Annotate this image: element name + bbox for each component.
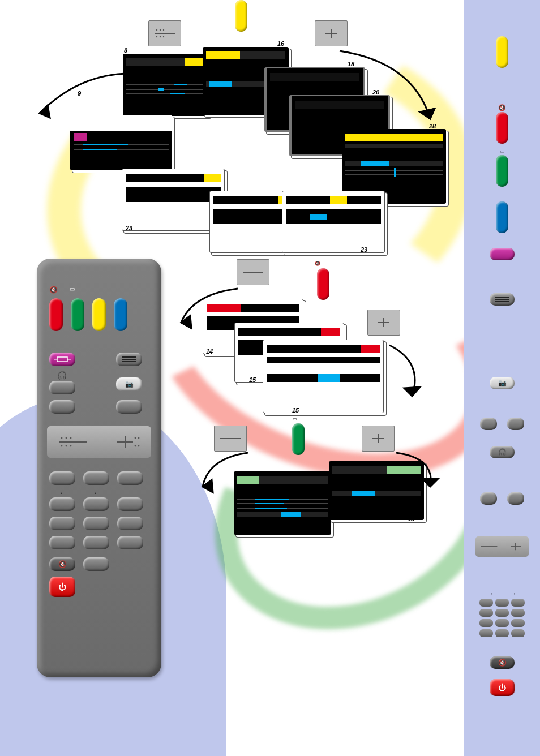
- keypad-button[interactable]: [117, 497, 143, 511]
- green-key-marker: [292, 423, 305, 455]
- svg-point-31: [61, 445, 63, 447]
- strip-keypad-button[interactable]: [479, 609, 493, 617]
- volume-rocker[interactable]: [47, 426, 151, 458]
- svg-point-36: [135, 437, 136, 439]
- strip-keypad-button[interactable]: [479, 629, 493, 637]
- teletext-button[interactable]: [116, 353, 142, 366]
- button-reference-strip: 🔇 ▭ 📷 🎧 →→ 🔇 ⏻: [464, 0, 540, 756]
- page-ref-13: 13: [408, 516, 414, 522]
- keypad-button[interactable]: [49, 536, 75, 549]
- strip-keypad-button[interactable]: [495, 599, 509, 607]
- strip-keypad-button[interactable]: [511, 609, 525, 617]
- flow-arrow: [391, 447, 447, 492]
- mute-icon: 🔇: [49, 286, 58, 294]
- strip-grey-button[interactable]: [507, 492, 524, 505]
- strip-grey-button[interactable]: [480, 492, 497, 505]
- keypad-button[interactable]: [117, 536, 143, 549]
- remote-control: 🔇 ▭ 🎧 📷 → → 🔇 ⏻: [37, 259, 161, 677]
- strip-keypad-button[interactable]: [511, 619, 525, 627]
- keypad-button[interactable]: [83, 497, 109, 511]
- svg-point-38: [135, 445, 136, 447]
- page-ref-15b: 15: [292, 407, 299, 414]
- strip-grey-button[interactable]: [480, 418, 497, 430]
- arrow-icon: →: [511, 591, 516, 596]
- mute-icon-label: 🔇: [315, 261, 320, 266]
- page-ref-8: 8: [124, 48, 127, 54]
- strip-green-button[interactable]: [496, 155, 508, 187]
- screen-icon: ▭: [70, 286, 75, 292]
- keypad-button[interactable]: [83, 557, 109, 571]
- yellow-key-marker: [235, 0, 247, 32]
- camera-button[interactable]: 📷: [116, 377, 142, 391]
- strip-keypad-button[interactable]: [511, 599, 525, 607]
- strip-keypad-button[interactable]: [479, 619, 493, 627]
- svg-point-30: [70, 437, 72, 439]
- green-color-button[interactable]: [71, 298, 84, 331]
- osd-screen-23c: [282, 191, 385, 253]
- headphones-icon: 🎧: [57, 371, 67, 380]
- strip-camera-button[interactable]: 📷: [490, 377, 515, 389]
- mute-button[interactable]: 🔇: [49, 557, 75, 571]
- flow-arrow: [191, 447, 254, 498]
- svg-point-5: [160, 36, 161, 37]
- strip-headphones-button[interactable]: 🎧: [490, 446, 515, 458]
- page-ref-15a: 15: [249, 377, 256, 383]
- strip-teletext-button[interactable]: [490, 293, 515, 306]
- svg-point-2: [160, 29, 161, 31]
- keypad-button[interactable]: [83, 471, 109, 485]
- power-button[interactable]: ⏻: [49, 577, 75, 597]
- keypad-button[interactable]: [49, 471, 75, 485]
- power-icon: ⏻: [49, 577, 75, 597]
- strip-arrow-labels: →→: [479, 591, 525, 596]
- flow-arrow: [23, 68, 136, 136]
- keypad-button[interactable]: [49, 517, 75, 530]
- svg-point-37: [138, 437, 140, 439]
- svg-marker-16: [420, 109, 435, 119]
- power-icon: ⏻: [490, 679, 515, 696]
- grey-button-l1[interactable]: [49, 381, 75, 394]
- strip-zoom-button[interactable]: [490, 248, 515, 260]
- red-key-marker: [317, 268, 329, 300]
- mute-icon: 🔇: [490, 656, 515, 669]
- strip-grey-pair-2: [480, 492, 524, 505]
- page-ref-16: 16: [277, 41, 284, 47]
- strip-keypad-button[interactable]: [495, 609, 509, 617]
- svg-point-6: [163, 36, 164, 37]
- keypad-button[interactable]: [117, 517, 143, 530]
- svg-point-39: [138, 445, 140, 447]
- keypad-button[interactable]: [83, 517, 109, 530]
- camera-icon: 📷: [490, 377, 515, 389]
- keypad-button[interactable]: [83, 536, 109, 549]
- keypad-button[interactable]: [117, 471, 143, 485]
- hint-plus-green: [362, 426, 395, 452]
- strip-grey-button[interactable]: [507, 418, 524, 430]
- svg-point-32: [66, 445, 67, 447]
- hint-minus-yellow: [148, 20, 181, 46]
- svg-point-33: [70, 445, 72, 447]
- page-ref-14: 14: [206, 349, 213, 355]
- page-ref-23a: 23: [126, 225, 132, 231]
- strip-keypad-button[interactable]: [495, 629, 509, 637]
- mute-icon: 🔇: [498, 104, 506, 111]
- grey-button-l2[interactable]: [49, 400, 75, 414]
- strip-keypad-button[interactable]: [479, 599, 493, 607]
- strip-volume-rocker[interactable]: [475, 536, 529, 557]
- strip-keypad-button[interactable]: [495, 619, 509, 627]
- keypad-button[interactable]: [49, 497, 75, 511]
- red-color-button[interactable]: [49, 298, 63, 331]
- grey-button-r2[interactable]: [116, 400, 142, 414]
- camera-icon: 📷: [116, 377, 142, 391]
- strip-mute-button[interactable]: 🔇: [490, 656, 515, 669]
- strip-blue-button[interactable]: [496, 201, 508, 233]
- strip-power-button[interactable]: ⏻: [490, 679, 515, 696]
- svg-point-29: [66, 437, 67, 439]
- strip-keypad-button[interactable]: [511, 629, 525, 637]
- strip-yellow-button[interactable]: [496, 36, 508, 68]
- arrow-icon: →: [57, 489, 63, 496]
- strip-red-button[interactable]: [496, 112, 508, 144]
- blue-color-button[interactable]: [114, 298, 127, 331]
- svg-point-28: [61, 437, 63, 439]
- zoom-button[interactable]: [49, 353, 75, 366]
- yellow-color-button[interactable]: [92, 298, 106, 331]
- arrow-icon: →: [488, 591, 494, 596]
